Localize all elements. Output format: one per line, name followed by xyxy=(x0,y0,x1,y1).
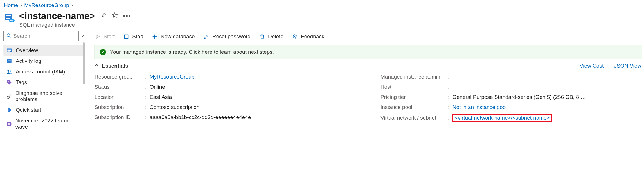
sidebar-item-label: Overview xyxy=(16,47,38,53)
breadcrumb-home[interactable]: Home xyxy=(4,2,18,8)
sql-managed-instance-icon: SQL xyxy=(4,12,15,24)
sidebar-item-activity-log[interactable]: Activity log xyxy=(3,56,84,66)
reset-password-button[interactable]: Reset password xyxy=(203,33,251,40)
pencil-icon xyxy=(203,33,210,40)
location-value: East Asia xyxy=(150,94,172,100)
sidebar: ‹‹ Overview Activity log Access control … xyxy=(0,30,84,169)
sidebar-item-label: November 2022 feature wave xyxy=(15,118,82,130)
svg-rect-3 xyxy=(6,18,10,19)
stop-button[interactable]: Stop xyxy=(123,33,143,40)
page-title: <instance-name> xyxy=(19,11,95,21)
instance-pool-link[interactable]: Not in an instance pool xyxy=(452,104,507,110)
prop-label: Subscription xyxy=(94,104,145,110)
svg-rect-1 xyxy=(6,15,11,16)
trash-icon xyxy=(259,33,265,40)
svg-point-19 xyxy=(10,70,11,72)
chevron-up-icon xyxy=(94,63,99,69)
resource-type-label: SQL managed instance xyxy=(19,22,131,28)
chevron-right-icon: › xyxy=(71,3,73,8)
feedback-button[interactable]: Feedback xyxy=(292,33,324,40)
button-label: Stop xyxy=(132,33,143,40)
essentials-toggle[interactable]: Essentials xyxy=(94,63,128,69)
svg-text:SQL: SQL xyxy=(10,19,14,22)
svg-rect-11 xyxy=(7,50,11,50)
activity-log-icon xyxy=(6,58,12,64)
plus-icon xyxy=(152,33,158,40)
subscription-id-value: aaaa0a0a-bb1b-cc2c-dd3d-eeeeee4e4e4e xyxy=(150,114,251,120)
pin-icon[interactable] xyxy=(100,12,106,20)
prop-label: Subscription ID xyxy=(94,114,145,120)
sidebar-item-label: Quick start xyxy=(16,107,41,113)
svg-rect-16 xyxy=(8,61,11,61)
main-pane: Start Stop New database Reset password xyxy=(84,30,644,169)
svg-rect-24 xyxy=(125,35,128,39)
json-view-link[interactable]: JSON View xyxy=(614,63,641,69)
vnet-highlight: <virtual-network-name>/<subnet-name> xyxy=(452,114,552,122)
sidebar-item-access-control[interactable]: Access control (IAM) xyxy=(3,66,84,77)
stop-icon xyxy=(123,33,129,40)
vnet-subnet-link[interactable]: <virtual-network-name>/<subnet-name> xyxy=(455,115,550,121)
new-database-button[interactable]: New database xyxy=(152,33,195,40)
play-icon xyxy=(94,33,101,40)
tags-icon xyxy=(6,79,12,86)
svg-point-20 xyxy=(8,81,9,82)
more-icon[interactable]: ••• xyxy=(123,12,131,20)
success-check-icon: ✓ xyxy=(100,49,106,55)
diagnose-icon xyxy=(6,93,12,99)
button-label: Feedback xyxy=(301,33,324,40)
prop-label: Virtual network / subnet xyxy=(380,115,448,121)
sidebar-item-feature-wave[interactable]: November 2022 feature wave xyxy=(3,115,84,132)
banner-text: Your managed instance is ready. Click he… xyxy=(110,49,274,55)
prop-label: Pricing tier xyxy=(380,94,448,100)
svg-rect-13 xyxy=(7,51,10,52)
search-input[interactable] xyxy=(13,33,76,39)
prop-label: Status xyxy=(94,84,145,90)
resource-group-link[interactable]: MyResourceGroup xyxy=(150,74,194,80)
sidebar-item-quick-start[interactable]: Quick start xyxy=(3,105,84,115)
delete-button[interactable]: Delete xyxy=(259,33,283,40)
sidebar-item-tags[interactable]: Tags xyxy=(3,77,84,88)
start-button: Start xyxy=(94,33,115,40)
prop-label: Host xyxy=(380,84,448,90)
arrow-right-icon: → xyxy=(279,49,285,55)
svg-point-27 xyxy=(293,35,295,36)
feedback-icon xyxy=(292,33,298,40)
sidebar-item-label: Diagnose and solve problems xyxy=(15,90,82,102)
sidebar-item-label: Activity log xyxy=(16,58,41,64)
prop-label: Resource group xyxy=(94,74,145,80)
star-icon[interactable] xyxy=(111,12,118,20)
sidebar-item-overview[interactable]: Overview xyxy=(3,45,84,56)
essentials-grid: Resource group : MyResourceGroup Status … xyxy=(94,72,644,124)
overview-icon xyxy=(6,47,12,53)
svg-marker-7 xyxy=(112,13,117,17)
svg-point-8 xyxy=(7,34,10,37)
essentials-title: Essentials xyxy=(102,63,128,69)
access-control-icon xyxy=(6,69,12,75)
svg-rect-17 xyxy=(8,62,10,62)
svg-line-9 xyxy=(10,36,11,37)
button-label: Reset password xyxy=(212,33,251,40)
sidebar-search[interactable] xyxy=(3,31,79,41)
quick-start-icon xyxy=(6,107,12,113)
pricing-tier-value: General Purpose Standard-series (Gen 5) … xyxy=(452,94,586,100)
sidebar-item-diagnose[interactable]: Diagnose and solve problems xyxy=(3,88,84,105)
svg-rect-15 xyxy=(8,60,11,61)
svg-point-18 xyxy=(7,70,9,72)
svg-point-21 xyxy=(7,96,9,98)
feature-wave-icon xyxy=(6,121,12,127)
page-header: SQL <instance-name> ••• SQL managed inst… xyxy=(0,10,644,30)
button-label: New database xyxy=(161,33,195,40)
sidebar-item-label: Access control (IAM) xyxy=(16,69,65,75)
sidebar-item-label: Tags xyxy=(16,79,27,86)
divider xyxy=(609,63,609,69)
button-label: Start xyxy=(103,33,115,40)
search-icon xyxy=(6,33,11,39)
button-label: Delete xyxy=(268,33,283,40)
subscription-value: Contoso subscription xyxy=(150,104,199,110)
view-cost-link[interactable]: View Cost xyxy=(580,63,604,69)
status-value: Online xyxy=(150,84,165,90)
breadcrumb-resourcegroup[interactable]: MyResourceGroup xyxy=(24,2,69,8)
prop-label: Instance pool xyxy=(380,104,448,110)
ready-banner[interactable]: ✓ Your managed instance is ready. Click … xyxy=(94,45,642,59)
prop-label: Location xyxy=(94,94,145,100)
